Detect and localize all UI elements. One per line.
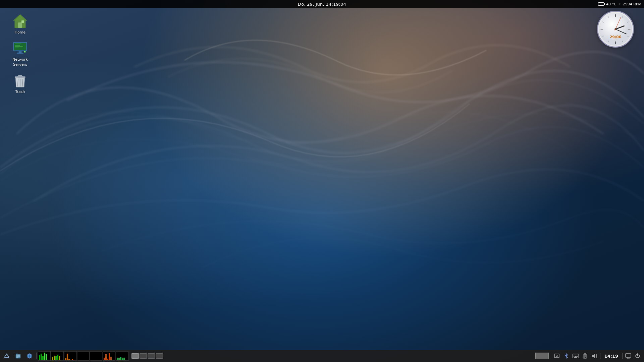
cpu-bar-1: [39, 355, 40, 360]
clock-date-label: 29/06: [610, 35, 622, 39]
keyboard-icon: [572, 354, 579, 358]
empty-monitor-1: [77, 351, 90, 361]
screenshot-tray-icon[interactable]: [553, 352, 560, 360]
temp-bar-4: [122, 358, 123, 360]
keyboard-layout-icon[interactable]: [572, 352, 579, 360]
cpu-bar-3: [42, 356, 44, 360]
display-tray-icon[interactable]: [625, 352, 632, 360]
cpu-bar-5: [46, 354, 47, 360]
desktop-icon-trash[interactable]: Trash: [7, 71, 34, 96]
svg-marker-71: [592, 354, 595, 358]
svg-rect-61: [577, 355, 578, 355]
workspace-4[interactable]: [156, 353, 163, 359]
svg-line-54: [555, 354, 556, 354]
top-panel: Do, 29. Jun, 14:19:04 40 °C ⚡ 2994 RPM: [0, 0, 644, 8]
svg-rect-8: [15, 44, 21, 44]
temp-graph: [117, 352, 127, 360]
rpm-label: ⚡: [619, 2, 621, 6]
svg-point-15: [24, 51, 25, 52]
net-monitor-widget: [103, 351, 115, 361]
taskbar-time-display: 14:19: [602, 354, 620, 359]
power-tray-icon[interactable]: [634, 352, 641, 360]
taskbar-left-area: [1, 351, 535, 361]
net-graph: [104, 352, 114, 360]
network-servers-icon: [12, 40, 28, 56]
temp-bar-5: [123, 358, 125, 360]
datetime-display: Do, 29. Jun, 14:19:04: [298, 2, 346, 7]
disk-bar-4: [70, 360, 71, 360]
disk-bar-2: [67, 354, 68, 360]
screenshot-icon: [554, 353, 559, 359]
desktop-icon-home[interactable]: Home: [7, 12, 34, 36]
svg-rect-59: [575, 355, 576, 355]
workspace-2[interactable]: [140, 353, 147, 359]
disk-monitor-widget: [64, 351, 77, 361]
volume-icon: [591, 353, 597, 359]
net-bar-5: [110, 357, 112, 360]
svg-rect-42: [5, 358, 8, 358]
workspace-3[interactable]: [148, 353, 155, 359]
cpu-bar-2: [41, 354, 42, 360]
disk-bar-3: [68, 359, 70, 360]
mem-bar-1: [52, 357, 53, 360]
desktop-icon-network-servers[interactable]: Network Servers: [7, 39, 34, 68]
cpu-monitor-widget: [38, 351, 51, 361]
svg-rect-2: [18, 22, 22, 28]
workspace-pager: [131, 353, 163, 359]
svg-rect-60: [576, 355, 577, 355]
tray-divider-2: [600, 353, 600, 359]
bottom-taskbar: 14:19: [0, 350, 644, 362]
clipboard-tray-icon[interactable]: [581, 352, 589, 360]
workspace-1[interactable]: [131, 353, 139, 359]
mem-bar-4: [57, 355, 58, 360]
bluetooth-tray-icon[interactable]: [562, 352, 570, 360]
empty-monitor-2: [90, 351, 102, 361]
clock-face: 29/06: [597, 11, 634, 48]
rpm-display: 2994 RPM: [623, 2, 641, 6]
files-button[interactable]: [13, 351, 23, 361]
notification-area: [535, 353, 549, 359]
svg-rect-67: [584, 353, 586, 355]
svg-point-40: [615, 29, 616, 30]
home-icon-label: Home: [15, 30, 25, 35]
browser-icon: [26, 353, 33, 359]
disk-bar-5: [72, 359, 73, 360]
clock-widget: 29/06: [597, 11, 634, 48]
desktop-icons-area: Home Network Servers: [7, 12, 34, 96]
svg-rect-72: [626, 354, 631, 357]
show-desktop-icon: [4, 353, 10, 359]
mem-bar-2: [54, 356, 55, 360]
clock-svg: [598, 12, 633, 47]
svg-rect-10: [15, 46, 23, 47]
display-icon: [625, 353, 631, 359]
tray-divider-3: [622, 353, 623, 359]
net-bar-4: [109, 353, 110, 360]
mem-monitor-widget: [51, 351, 64, 361]
taskbar-right-area: 14:19: [535, 352, 643, 360]
disk-graph: [65, 352, 76, 360]
show-desktop-button[interactable]: [1, 351, 12, 361]
network-servers-icon-label: Network Servers: [8, 57, 32, 67]
svg-rect-12: [19, 51, 21, 53]
files-icon: [15, 353, 21, 359]
svg-rect-11: [15, 48, 19, 48]
battery-body: [598, 2, 604, 6]
svg-line-55: [558, 354, 558, 354]
temp-bar-1: [117, 358, 118, 360]
net-bar-2: [105, 354, 107, 360]
trash-icon: [12, 72, 28, 88]
browser-button[interactable]: [24, 351, 35, 361]
volume-tray-icon[interactable]: [591, 352, 598, 360]
svg-rect-58: [574, 355, 575, 355]
cpu-graph: [39, 352, 50, 360]
svg-rect-64: [577, 356, 578, 357]
taskbar-sep-2: [130, 353, 130, 359]
trash-icon-label: Trash: [15, 89, 25, 94]
svg-rect-9: [15, 45, 20, 46]
temp-bar-3: [120, 357, 121, 360]
net-bar-3: [107, 359, 108, 360]
bluetooth-icon: [564, 353, 569, 359]
svg-rect-65: [574, 357, 577, 358]
svg-rect-62: [574, 356, 574, 357]
svg-rect-18: [17, 76, 23, 76]
